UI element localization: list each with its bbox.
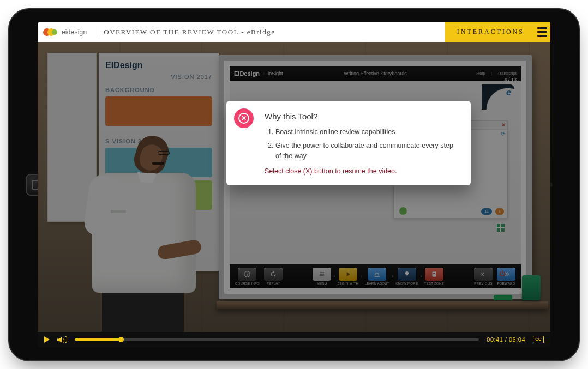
popup-item-2: Give the power to collaborate and commun… xyxy=(275,141,459,161)
side-panel-count-a[interactable]: 11 xyxy=(481,208,492,215)
info-popup: ✕ Why this Tool? Boast intrinsic online … xyxy=(226,101,471,186)
volume-button[interactable] xyxy=(57,336,67,343)
nav-replay[interactable]: REPLAY xyxy=(264,268,283,285)
svg-rect-4 xyxy=(320,274,324,274)
seek-thumb[interactable] xyxy=(118,337,124,342)
poster-brand: EIDesign xyxy=(105,61,212,70)
interactions-button[interactable]: INTERACTIONS xyxy=(445,22,536,42)
whiteboard-shelf xyxy=(217,301,548,309)
projected-bottom-nav: COURSE INFO REPLAY MENU xyxy=(230,264,521,288)
app-screen: eidesign OVERVIEW OF THE REVIEW TOOL - e… xyxy=(38,22,550,347)
menu-icon[interactable] xyxy=(536,22,550,42)
nav-begin-with[interactable]: BEGIN WITH xyxy=(338,268,359,285)
poster-vision: VISION 2017 xyxy=(105,74,212,80)
side-panel-close-icon[interactable]: × xyxy=(502,122,505,128)
projected-brand-b: inSight xyxy=(268,71,283,76)
logo-text: eidesign xyxy=(62,28,87,36)
seek-progress xyxy=(75,338,121,341)
side-panel-power-icon[interactable]: ⏻ xyxy=(499,270,506,277)
popup-item-1: Boast intrinsic online review capabiliti… xyxy=(275,127,459,137)
projected-brand-a: EIDesign xyxy=(234,70,260,77)
poster-background-heading: BACKGROUND xyxy=(105,87,212,93)
whiteboard-eraser xyxy=(494,295,512,300)
cc-button[interactable]: CC xyxy=(533,336,544,343)
app-header: eidesign OVERVIEW OF THE REVIEW TOOL - e… xyxy=(38,22,550,42)
page-title: OVERVIEW OF THE REVIEW TOOL - eBridge xyxy=(104,28,445,37)
header-divider xyxy=(98,26,98,38)
svg-rect-3 xyxy=(320,272,324,273)
tablet-frame: eidesign OVERVIEW OF THE REVIEW TOOL - e… xyxy=(8,8,580,361)
side-panel-count-b[interactable]: 1 xyxy=(495,208,504,215)
presenter-figure xyxy=(76,134,201,332)
svg-rect-5 xyxy=(320,275,324,276)
logo-mark-icon xyxy=(43,27,58,38)
svg-rect-2 xyxy=(247,272,248,273)
video-controls: 00:41 / 06:04 CC xyxy=(38,332,550,347)
video-viewport: EIDesign VISION 2017 BACKGROUND S VISION… xyxy=(38,42,550,332)
brand-logo[interactable]: eidesign xyxy=(38,27,92,38)
popup-title: Why this Tool? xyxy=(265,111,459,123)
seek-bar[interactable] xyxy=(75,338,479,341)
side-panel-grid-icon[interactable] xyxy=(497,224,505,232)
nav-course-info[interactable]: COURSE INFO xyxy=(235,268,260,285)
svg-rect-1 xyxy=(247,273,248,275)
poster-block xyxy=(105,96,212,126)
side-panel-refresh-icon[interactable]: ⟳ xyxy=(501,131,505,137)
nav-previous[interactable]: PREVIOUS xyxy=(474,268,493,285)
nav-know-more[interactable]: KNOW MORE xyxy=(395,268,418,285)
projected-help-link[interactable]: Help xyxy=(476,71,485,76)
time-current: 00:41 xyxy=(487,336,503,343)
projected-lesson-title: Writing Effective Storyboards xyxy=(344,71,407,76)
time-duration: 06:04 xyxy=(509,336,525,343)
nav-learn-about[interactable]: LEARN ABOUT xyxy=(365,268,389,285)
popup-list: Boast intrinsic online review capabiliti… xyxy=(273,127,459,161)
close-icon: ✕ xyxy=(238,113,249,124)
popup-resume-instruction: Select close (X) button to resume the vi… xyxy=(265,166,459,177)
projected-transcript-link[interactable]: Transcript xyxy=(497,71,517,76)
side-panel-footer: 11 1 xyxy=(394,205,507,218)
speaker-icon xyxy=(57,337,62,343)
desk-mug xyxy=(522,275,541,300)
popup-close-button[interactable]: ✕ xyxy=(234,108,254,128)
svg-rect-6 xyxy=(432,271,436,276)
nav-menu[interactable]: MENU xyxy=(313,268,331,285)
nav-test-zone[interactable]: TEST ZONE xyxy=(424,268,444,285)
time-display: 00:41 / 06:04 xyxy=(487,336,525,343)
play-button[interactable] xyxy=(44,336,50,343)
projected-logo-corner-icon xyxy=(482,84,514,110)
projected-header: EIDesign › inSight Writing Effective Sto… xyxy=(230,66,521,81)
